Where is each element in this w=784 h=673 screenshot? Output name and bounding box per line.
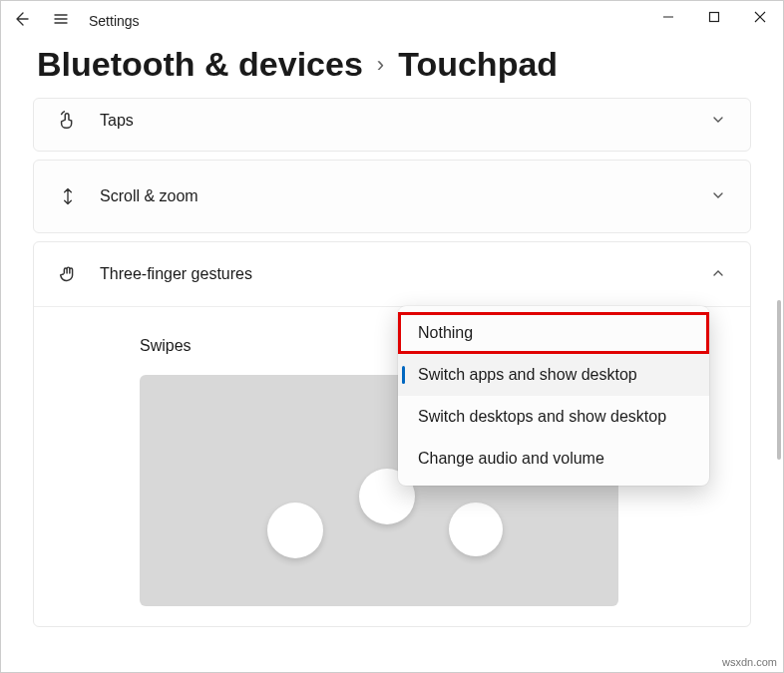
finger-dot [449, 503, 503, 556]
scroll-zoom-label: Scroll & zoom [100, 187, 708, 205]
breadcrumb-parent[interactable]: Bluetooth & devices [37, 45, 363, 84]
minimize-button[interactable] [645, 1, 691, 33]
chevron-right-icon: › [377, 52, 384, 78]
settings-window: Settings Bluetooth & devices › Touchpad … [0, 0, 784, 673]
three-finger-icon [56, 262, 80, 286]
breadcrumb: Bluetooth & devices › Touchpad [1, 41, 783, 98]
maximize-button[interactable] [691, 1, 737, 33]
taps-header[interactable]: Taps [34, 99, 750, 151]
chevron-up-icon [708, 266, 728, 282]
watermark: wsxdn.com [722, 656, 777, 668]
scroll-zoom-header[interactable]: Scroll & zoom [34, 161, 750, 232]
app-title: Settings [89, 13, 140, 29]
three-finger-label: Three-finger gestures [100, 265, 708, 283]
breadcrumb-current: Touchpad [398, 45, 558, 84]
scroll-zoom-icon [56, 184, 80, 208]
finger-dot [267, 503, 323, 558]
chevron-down-icon [708, 188, 728, 204]
chevron-down-icon [708, 113, 728, 129]
svg-rect-1 [710, 13, 719, 22]
scroll-zoom-card: Scroll & zoom [33, 160, 751, 233]
window-controls [645, 1, 783, 33]
close-button[interactable] [737, 1, 783, 33]
back-button[interactable] [1, 11, 41, 31]
titlebar: Settings [1, 1, 783, 41]
taps-card: Taps [33, 98, 751, 152]
tap-icon [56, 109, 80, 133]
dropdown-option-switch-apps[interactable]: Switch apps and show desktop [398, 354, 709, 396]
dropdown-option-audio-volume[interactable]: Change audio and volume [398, 438, 709, 480]
nav-menu-button[interactable] [41, 11, 81, 32]
taps-label: Taps [100, 112, 708, 130]
scrollbar-thumb[interactable] [777, 300, 781, 460]
dropdown-option-switch-desktops[interactable]: Switch desktops and show desktop [398, 396, 709, 438]
dropdown-option-nothing[interactable]: Nothing [398, 312, 709, 354]
three-finger-header[interactable]: Three-finger gestures [34, 242, 750, 306]
swipes-dropdown[interactable]: Nothing Switch apps and show desktop Swi… [398, 306, 709, 486]
